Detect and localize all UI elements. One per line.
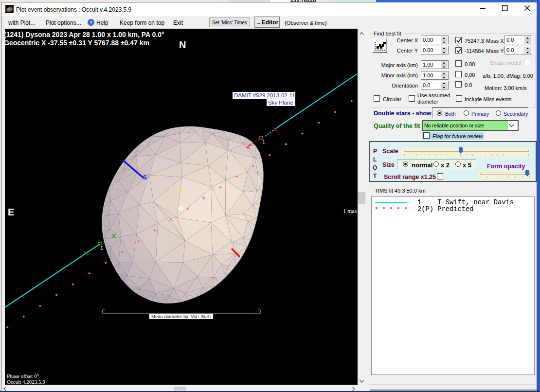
- svg-text:S: S: [143, 174, 147, 181]
- svg-text:(1241) Dysona 2023 Apr 28 1: (1241) Dysona 2023 Apr 28 1.00 x 1.00 km…: [5, 31, 164, 38]
- svg-text:1: 1: [100, 245, 103, 251]
- svg-text:N: N: [179, 39, 186, 50]
- svg-text:1: 1: [262, 139, 265, 144]
- svg-text:Phase offset 0°: Phase offset 0°: [7, 373, 39, 379]
- svg-text:Mean diameter by: Vol↑ Surf↓: Mean diameter by: Vol↑ Surf↓: [151, 314, 212, 319]
- svg-text:Occult 4.2023.5.9: Occult 4.2023.5.9: [7, 379, 45, 385]
- svg-text:DAMIT #529 2013-02-11: DAMIT #529 2013-02-11: [234, 92, 295, 98]
- svg-text:Sky Plane: Sky Plane: [268, 100, 293, 106]
- svg-text:2: 2: [205, 198, 208, 203]
- svg-text:?: ?: [90, 20, 92, 25]
- svg-text:1 mas: 1 mas: [343, 208, 357, 214]
- svg-text:Geocentric X -37.55 ±0.31 Y: Geocentric X -37.55 ±0.31 Y 5767.88 ±0.4…: [5, 39, 149, 47]
- svg-text:E: E: [8, 207, 14, 217]
